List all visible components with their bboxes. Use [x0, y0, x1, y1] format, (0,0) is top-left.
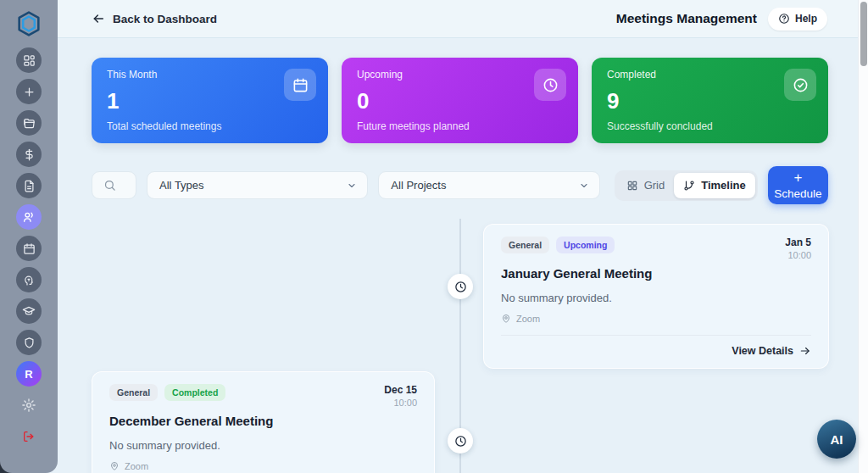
stat-value: 9: [607, 90, 813, 112]
view-details-link[interactable]: View Details: [501, 345, 811, 357]
clock-icon: [534, 69, 566, 101]
grid-icon: [626, 180, 638, 192]
meeting-card-january: General Upcoming Jan 5 10:00 January Gen…: [483, 224, 829, 369]
meeting-time: 10:00: [785, 250, 811, 260]
meetings-management-app: R Back to Dashboard Meetings Management …: [0, 0, 868, 473]
stat-label: Upcoming: [357, 69, 563, 81]
sidebar-item-projects[interactable]: [16, 110, 42, 136]
sidebar-item-members[interactable]: [16, 204, 42, 230]
view-details-label: View Details: [732, 345, 793, 357]
grid-view-button[interactable]: Grid: [617, 173, 675, 198]
back-to-dashboard-link[interactable]: Back to Dashboard: [92, 12, 217, 25]
sidebar-item-finance[interactable]: [16, 142, 42, 167]
view-toggle: Grid Timeline: [615, 170, 758, 201]
search-input[interactable]: [92, 171, 136, 199]
dollar-icon: [23, 148, 36, 161]
timeline-view-button[interactable]: Timeline: [674, 173, 755, 198]
stat-sublabel: Total scheduled meetings: [107, 120, 313, 132]
timeline-label: Timeline: [701, 179, 746, 192]
sidebar-item-settings[interactable]: [16, 392, 42, 418]
chevron-down-icon: [579, 181, 589, 191]
help-circle-icon: [778, 13, 790, 25]
calendar-icon: [284, 69, 316, 101]
timeline-marker-clock-icon: [448, 428, 473, 454]
stat-card-upcoming: Upcoming 0 Future meetings planned: [342, 58, 578, 143]
stat-sublabel: Future meetings planned: [357, 120, 563, 132]
type-filter-value: All Types: [159, 179, 204, 192]
app-logo-icon: [14, 8, 44, 39]
sidebar-item-dashboard[interactable]: [16, 47, 42, 73]
sidebar-item-add[interactable]: [16, 79, 42, 104]
scrollbar-thumb[interactable]: [860, 2, 867, 66]
meeting-status-badge: Completed: [164, 384, 225, 401]
sidebar-item-security[interactable]: [16, 330, 42, 355]
stat-card-completed: Completed 9 Successfully concluded: [592, 58, 828, 143]
meeting-summary: No summary provided.: [501, 292, 811, 304]
timeline-marker-clock-icon: [448, 274, 473, 299]
back-label: Back to Dashboard: [113, 13, 217, 25]
sidebar-item-training[interactable]: [16, 298, 42, 324]
meeting-card-december: General Completed Dec 15 10:00 December …: [92, 371, 435, 473]
help-button[interactable]: Help: [768, 8, 827, 31]
folder-icon: [23, 117, 36, 130]
meeting-summary: No summary provided.: [109, 439, 417, 452]
project-filter-value: All Projects: [391, 179, 446, 192]
calendar-icon: [23, 242, 36, 255]
meeting-date: Jan 5: [785, 236, 811, 248]
sidebar-item-documents[interactable]: [16, 173, 42, 198]
meeting-title: January General Meeting: [501, 266, 811, 281]
sidebar-item-logout[interactable]: [16, 424, 42, 449]
sidebar: R: [0, 0, 58, 473]
arrow-left-icon: [92, 12, 105, 25]
plus-icon: +: [793, 170, 802, 186]
stat-label: Completed: [607, 69, 813, 81]
sidebar-item-calendar[interactable]: [16, 236, 42, 261]
help-label: Help: [795, 13, 817, 25]
dashboard-icon: [23, 54, 36, 67]
users-icon: [22, 210, 36, 224]
meeting-location: Zoom: [516, 314, 540, 324]
stats-row: This Month 1 Total scheduled meetings Up…: [92, 58, 828, 143]
project-filter-select[interactable]: All Projects: [378, 171, 599, 199]
stat-label: This Month: [107, 69, 313, 81]
logout-icon: [22, 430, 36, 443]
meeting-type-badge: General: [501, 236, 549, 253]
timeline-branch-icon: [683, 180, 695, 192]
gear-icon: [21, 398, 36, 413]
graduation-cap-icon: [22, 304, 36, 318]
meeting-location: Zoom: [125, 461, 148, 471]
page-scrollbar: [858, 0, 868, 473]
user-avatar[interactable]: R: [16, 361, 42, 387]
map-pin-icon: [109, 461, 120, 471]
map-pin-icon: [501, 314, 511, 324]
grid-label: Grid: [644, 179, 665, 192]
stat-card-this-month: This Month 1 Total scheduled meetings: [92, 58, 328, 143]
meeting-type-badge: General: [109, 384, 158, 401]
stat-value: 0: [357, 90, 563, 112]
stat-sublabel: Successfully concluded: [607, 120, 813, 132]
meeting-status-badge: Upcoming: [556, 236, 615, 253]
divider: [501, 335, 811, 336]
sidebar-item-ai[interactable]: [16, 267, 42, 292]
chevron-down-icon: [347, 181, 357, 191]
schedule-button[interactable]: + Schedule: [768, 166, 828, 204]
sidebar-nav: R: [16, 47, 42, 449]
ai-assistant-button[interactable]: AI: [817, 420, 856, 459]
meeting-title: December General Meeting: [109, 414, 417, 428]
stat-value: 1: [107, 90, 313, 112]
meeting-time: 10:00: [384, 398, 417, 408]
check-circle-icon: [784, 69, 816, 101]
document-icon: [23, 180, 36, 192]
search-icon: [103, 179, 116, 192]
filter-toolbar: All Types All Projects Grid Timeline +: [92, 166, 828, 204]
shield-icon: [23, 337, 36, 349]
type-filter-select[interactable]: All Types: [147, 171, 368, 199]
meeting-date: Dec 15: [384, 384, 417, 396]
page-title: Meetings Management: [616, 11, 757, 26]
plus-icon: [23, 86, 36, 98]
schedule-label: Schedule: [774, 187, 821, 201]
arrow-right-icon: [799, 345, 811, 357]
main-content: This Month 1 Total scheduled meetings Up…: [58, 38, 858, 473]
top-bar: Back to Dashboard Meetings Management He…: [58, 0, 858, 38]
ai-brain-icon: [22, 273, 36, 287]
